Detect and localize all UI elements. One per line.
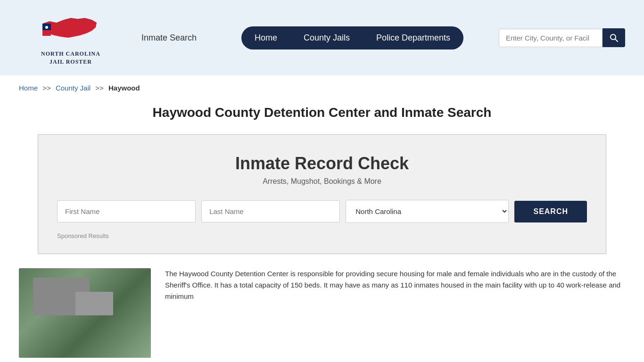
nc-state-logo — [40, 9, 101, 47]
page-title: Haywood County Detention Center and Inma… — [19, 105, 625, 120]
site-header: NORTH CAROLINA JAIL ROSTER Inmate Search… — [0, 0, 644, 75]
facility-image — [19, 268, 151, 358]
logo-area: NORTH CAROLINA JAIL ROSTER — [19, 9, 123, 66]
main-nav: Home County Jails Police Departments — [220, 26, 485, 49]
header-search-button[interactable] — [603, 28, 625, 47]
nav-home-button[interactable]: Home — [241, 26, 290, 49]
last-name-input[interactable] — [201, 200, 340, 222]
header-search-input[interactable] — [499, 29, 603, 47]
inmate-search-label: Inmate Search — [141, 33, 197, 43]
svg-rect-4 — [42, 30, 51, 36]
facility-description: The Haywood County Detention Center is r… — [165, 268, 625, 302]
first-name-input[interactable] — [57, 200, 196, 222]
breadcrumb-sep1: >> — [42, 84, 51, 92]
record-form: AlabamaAlaskaArizonaArkansasCaliforniaCo… — [57, 200, 587, 223]
state-select[interactable]: AlabamaAlaskaArizonaArkansasCaliforniaCo… — [346, 200, 509, 223]
bottom-section: The Haywood County Detention Center is r… — [0, 268, 644, 358]
record-check-box: Inmate Record Check Arrests, Mugshot, Bo… — [38, 134, 606, 254]
breadcrumb-sep2: >> — [95, 84, 104, 92]
breadcrumb: Home >> County Jail >> Haywood — [0, 75, 644, 100]
facility-aerial-photo — [19, 268, 151, 358]
record-search-button[interactable]: SEARCH — [514, 201, 587, 222]
record-check-title: Inmate Record Check — [57, 154, 587, 173]
breadcrumb-county-jail-link[interactable]: County Jail — [56, 84, 91, 92]
search-icon — [609, 33, 619, 42]
nav-police-departments-button[interactable]: Police Departments — [363, 26, 463, 49]
svg-point-2 — [45, 26, 48, 29]
logo-text: NORTH CAROLINA JAIL ROSTER — [41, 50, 100, 66]
record-check-subtitle: Arrests, Mugshot, Bookings & More — [57, 177, 587, 186]
header-search-area — [499, 28, 625, 47]
sponsored-results-label: Sponsored Results — [57, 232, 587, 239]
nav-county-jails-button[interactable]: County Jails — [290, 26, 363, 49]
breadcrumb-home-link[interactable]: Home — [19, 84, 38, 92]
svg-line-6 — [615, 39, 618, 41]
breadcrumb-current: Haywood — [108, 84, 140, 92]
page-title-section: Haywood County Detention Center and Inma… — [0, 100, 644, 134]
